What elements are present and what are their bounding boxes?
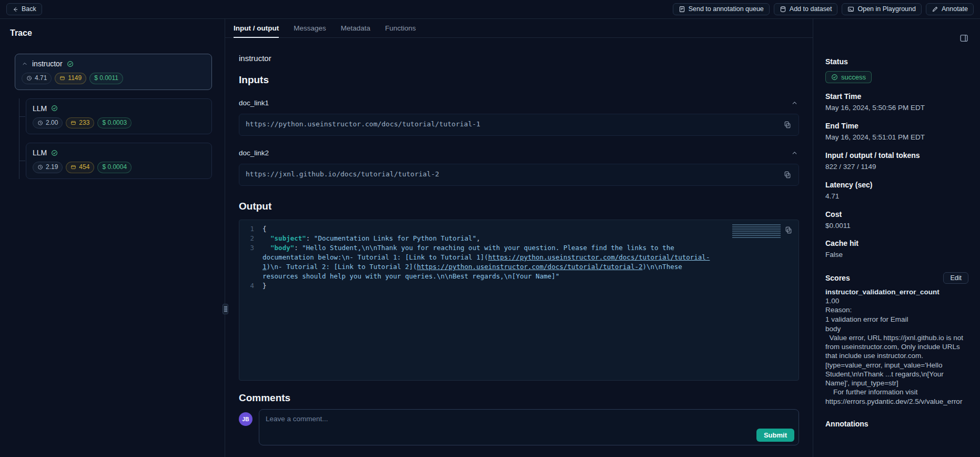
arrow-left-icon [12,6,18,13]
annotate-icon [932,6,938,13]
detail-value: May 16, 2024, 5:50:56 PM EDT [825,104,968,113]
input-field-label: doc_link2 [239,149,269,157]
comment-composer: JB Submit [239,409,799,445]
trace-detail-page: Back Send to annotation queue Add to dat… [0,0,980,457]
top-bar-actions: Send to annotation queue Add to dataset … [673,3,974,15]
editor-minimap[interactable] [732,224,781,238]
detail-value: False [825,251,968,260]
trace-node-name: instructor [32,59,63,68]
trace-node-instructor[interactable]: instructor 4.71 [15,54,212,90]
score-reason-text: 1 validation error for Email body Value … [825,315,968,406]
input-field-label: doc_link1 [239,99,269,107]
open-in-playground-button[interactable]: Open in Playground [842,3,922,15]
input-field-value: https://python.useinstructor.com/docs/tu… [239,114,799,136]
trace-node-llm-1[interactable]: LLM 2.00 [26,98,212,135]
detail-field: End Time May 16, 2024, 5:51:01 PM EDT [825,122,968,142]
scores-heading: Scores [825,274,850,282]
trace-tree: instructor 4.71 [0,38,225,179]
annotation-queue-icon [679,6,685,13]
collapse-chevron-icon[interactable] [790,148,799,157]
tokens-badge: 1149 [55,73,86,84]
success-check-icon [831,74,838,81]
cost-badge: $ 0.0011 [89,73,123,84]
chevron-up-icon[interactable] [22,61,28,67]
detail-field: Input / output / total tokens 822 / 327 … [825,151,968,172]
score-value: 1.00 [825,297,968,305]
score-reason-label: Reason: [825,306,968,314]
success-check-icon [51,150,58,156]
tab-input-output[interactable]: Input / output [234,19,279,38]
playground-icon [847,6,854,13]
tokens-icon [70,164,76,170]
clock-icon [37,164,43,170]
input-field-value: https://jxnl.github.io/docs/tutorial/tut… [239,164,799,186]
clock-icon [26,75,32,81]
top-bar: Back Send to annotation queue Add to dat… [0,0,980,19]
copy-icon[interactable] [784,225,793,235]
detail-field: Latency (sec) 4.71 [825,181,968,201]
latency-badge: 4.71 [22,73,52,84]
tab-bar: Input / output Messages Metadata Functio… [225,19,813,38]
sidebar-title: Trace [0,28,225,38]
comment-box: Submit [259,409,799,445]
comments-heading: Comments [239,392,799,404]
output-code-editor[interactable]: 1{2 "subject": "Documentation Links for … [239,220,799,381]
back-label: Back [22,6,36,13]
tab-metadata[interactable]: Metadata [341,19,370,38]
add-to-dataset-button[interactable]: Add to dataset [774,3,838,15]
avatar: JB [239,412,252,426]
trace-children: LLM 2.00 [19,98,212,179]
copy-icon[interactable] [783,120,792,130]
status-badge: success [825,71,872,83]
success-check-icon [51,105,58,112]
detail-field: Cache hit False [825,239,968,260]
detail-label: Cache hit [825,239,968,247]
inputs-heading: Inputs [239,74,799,86]
trace-node-name: LLM [33,148,47,157]
annotate-button[interactable]: Annotate [926,3,974,15]
back-button[interactable]: Back [6,3,42,15]
status-label: Status [825,57,968,66]
details-panel: Status success Start Time May 16, 2024, … [813,19,980,457]
detail-value: May 16, 2024, 5:51:01 PM EDT [825,133,968,142]
output-code-content: 1{2 "subject": "Documentation Links for … [239,224,799,291]
annotations-heading: Annotations [825,420,968,428]
copy-icon[interactable] [783,170,792,180]
latency-badge: 2.19 [33,162,63,173]
panel-resize-handle[interactable] [223,304,228,314]
success-check-icon [67,61,74,67]
trace-sidebar: Trace instructor [0,19,225,457]
tokens-icon [70,120,76,126]
submit-comment-button[interactable]: Submit [756,429,794,442]
trace-node-llm-2[interactable]: LLM 2.19 [26,143,212,179]
tokens-icon [59,75,65,81]
comment-input[interactable] [266,415,792,428]
detail-label: End Time [825,122,968,130]
panel-toggle-icon[interactable] [959,34,968,43]
cost-badge: $ 0.0003 [97,117,132,129]
detail-label: Cost [825,210,968,218]
latency-badge: 2.00 [33,117,63,129]
collapse-chevron-icon[interactable] [790,98,799,107]
detail-label: Input / output / total tokens [825,151,968,160]
main-panel: Input / output Messages Metadata Functio… [225,19,813,457]
edit-scores-button[interactable]: Edit [943,272,968,284]
clock-icon [37,120,43,126]
input-value-text: https://jxnl.github.io/docs/tutorial/tut… [246,170,439,178]
detail-value: $0.0011 [825,222,968,231]
detail-value: 4.71 [825,192,968,201]
detail-value: 822 / 327 / 1149 [825,163,968,172]
detail-field: Start Time May 16, 2024, 5:50:56 PM EDT [825,92,968,113]
cost-badge: $ 0.0004 [97,162,132,173]
detail-label: Start Time [825,92,968,101]
trace-node-name: LLM [33,104,47,113]
input-field-header: doc_link1 [239,98,799,107]
score-name: instructor_validation_error_count [825,288,968,296]
input-value-text: https://python.useinstructor.com/docs/tu… [246,120,480,128]
scores-header: Scores Edit [825,272,968,284]
send-to-annotation-queue-button[interactable]: Send to annotation queue [673,3,770,15]
detail-field: Cost $0.0011 [825,210,968,231]
tab-messages[interactable]: Messages [294,19,326,38]
dataset-icon [780,6,786,13]
tab-functions[interactable]: Functions [385,19,416,38]
